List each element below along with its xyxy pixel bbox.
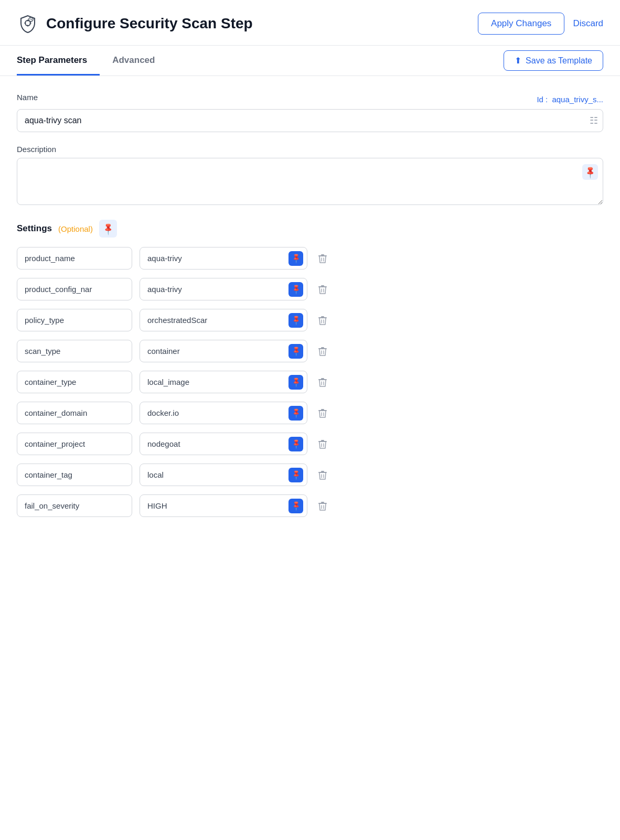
delete-setting-button[interactable]	[315, 282, 330, 297]
save-as-template-button[interactable]: ⬆ Save as Template	[504, 50, 603, 71]
setting-value-input[interactable]	[140, 278, 307, 300]
settings-rows: 📌 📌	[17, 247, 603, 517]
value-pin-button[interactable]: 📌	[288, 375, 303, 390]
description-textarea-wrapper: 📌	[17, 158, 603, 207]
pin-icon: 📌	[290, 346, 302, 357]
setting-value-wrapper: 📌	[140, 247, 307, 270]
description-label: Description	[17, 145, 603, 154]
setting-key-input[interactable]	[17, 340, 132, 362]
pin-icon: 📌	[290, 469, 302, 481]
setting-value-input[interactable]	[140, 340, 307, 362]
setting-value-input[interactable]	[140, 464, 307, 486]
settings-label: Settings	[17, 223, 52, 234]
setting-value-wrapper: 📌	[140, 433, 307, 455]
svg-rect-35	[321, 502, 324, 503]
settings-optional-label: (Optional)	[58, 224, 93, 233]
delete-setting-button[interactable]	[315, 467, 330, 483]
settings-row: 📌	[17, 340, 603, 362]
setting-value-input[interactable]	[140, 371, 307, 393]
value-pin-button[interactable]: 📌	[288, 437, 303, 451]
delete-setting-button[interactable]	[315, 343, 330, 359]
id-display: Id : aqua_trivy_s...	[537, 95, 603, 104]
setting-key-input[interactable]	[17, 494, 132, 517]
setting-value-wrapper: 📌	[140, 494, 307, 517]
page-title: Configure Security Scan Step	[46, 15, 253, 32]
value-pin-button[interactable]: 📌	[288, 468, 303, 482]
setting-value-input[interactable]	[140, 433, 307, 455]
delete-setting-button[interactable]	[315, 374, 330, 390]
setting-value-wrapper: 📌	[140, 371, 307, 393]
svg-rect-27	[321, 440, 324, 441]
pin-icon: 📌	[290, 438, 302, 450]
description-pin-button[interactable]: 📌	[582, 164, 598, 180]
discard-button[interactable]: Discard	[573, 18, 603, 29]
svg-rect-11	[321, 316, 324, 317]
setting-key-input[interactable]	[17, 309, 132, 331]
pin-icon: 📌	[583, 165, 597, 179]
value-pin-button[interactable]: 📌	[288, 406, 303, 421]
value-pin-button[interactable]: 📌	[288, 251, 303, 266]
description-field-group: Description 📌	[17, 145, 603, 207]
header-left: Configure Security Scan Step	[17, 13, 253, 35]
settings-header: Settings (Optional) 📌	[17, 220, 603, 238]
pin-icon: 📌	[290, 284, 302, 295]
setting-key-input[interactable]	[17, 247, 132, 270]
setting-value-input[interactable]	[140, 309, 307, 331]
settings-row: 📌	[17, 402, 603, 424]
name-input[interactable]	[17, 109, 603, 132]
setting-value-wrapper: 📌	[140, 402, 307, 424]
settings-row: 📌	[17, 464, 603, 486]
shield-gear-icon	[17, 13, 39, 35]
tabs-bar: Step Parameters Advanced ⬆ Save as Templ…	[0, 46, 620, 76]
value-pin-button[interactable]: 📌	[288, 282, 303, 297]
setting-value-input[interactable]	[140, 247, 307, 270]
pin-icon: 📌	[290, 376, 302, 388]
header-actions: Apply Changes Discard	[478, 13, 603, 35]
delete-setting-button[interactable]	[315, 436, 330, 452]
delete-setting-button[interactable]	[315, 251, 330, 266]
tab-step-parameters[interactable]: Step Parameters	[17, 46, 100, 76]
pin-icon: 📌	[290, 407, 302, 419]
name-list-icon-button[interactable]: ☷	[590, 115, 598, 126]
settings-pin-button[interactable]: 📌	[99, 220, 117, 238]
setting-value-wrapper: 📌	[140, 464, 307, 486]
delete-setting-button[interactable]	[315, 405, 330, 421]
setting-value-wrapper: 📌	[140, 278, 307, 300]
pin-icon: 📌	[290, 500, 302, 512]
tabs-left: Step Parameters Advanced	[17, 46, 180, 76]
name-field-group: Name Id : aqua_trivy_s... ☷	[17, 93, 603, 132]
settings-row: 📌	[17, 247, 603, 270]
setting-key-input[interactable]	[17, 402, 132, 424]
setting-key-input[interactable]	[17, 278, 132, 300]
name-input-wrapper: ☷	[17, 109, 603, 132]
pin-icon: 📌	[290, 315, 302, 326]
settings-row: 📌	[17, 309, 603, 331]
value-pin-button[interactable]: 📌	[288, 344, 303, 359]
value-pin-button[interactable]: 📌	[288, 499, 303, 513]
name-label-row: Name Id : aqua_trivy_s...	[17, 93, 603, 106]
setting-key-input[interactable]	[17, 433, 132, 455]
svg-rect-3	[321, 254, 324, 255]
setting-value-input[interactable]	[140, 494, 307, 517]
setting-key-input[interactable]	[17, 371, 132, 393]
delete-setting-button[interactable]	[315, 313, 330, 328]
settings-row: 📌	[17, 433, 603, 455]
svg-rect-15	[321, 347, 324, 348]
tab-advanced[interactable]: Advanced	[112, 46, 167, 76]
description-textarea[interactable]	[17, 158, 603, 205]
content: Name Id : aqua_trivy_s... ☷ Description …	[0, 76, 620, 542]
svg-rect-31	[321, 471, 324, 472]
value-pin-button[interactable]: 📌	[288, 313, 303, 328]
delete-setting-button[interactable]	[315, 498, 330, 514]
apply-changes-button[interactable]: Apply Changes	[478, 13, 564, 35]
setting-value-input[interactable]	[140, 402, 307, 424]
setting-value-wrapper: 📌	[140, 340, 307, 362]
name-label: Name	[17, 93, 38, 102]
setting-value-wrapper: 📌	[140, 309, 307, 331]
settings-row: 📌	[17, 494, 603, 517]
svg-rect-19	[321, 378, 324, 379]
svg-rect-23	[321, 409, 324, 410]
header: Configure Security Scan Step Apply Chang…	[0, 0, 620, 46]
setting-key-input[interactable]	[17, 464, 132, 486]
svg-rect-7	[321, 285, 324, 286]
